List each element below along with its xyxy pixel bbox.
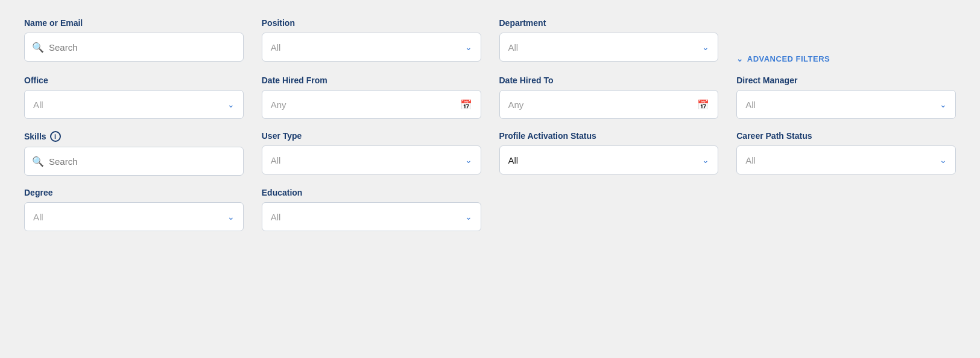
date-hired-to-value: Any	[508, 100, 524, 110]
date-picker-hired-to[interactable]: Any 📅	[499, 90, 719, 119]
control-name-email: 🔍	[24, 33, 244, 62]
search-input-wrapper-name[interactable]: 🔍	[24, 33, 244, 62]
empty-col-1	[499, 188, 719, 231]
chevron-down-icon-degree: ⌄	[227, 212, 235, 222]
label-department: Department	[499, 18, 719, 28]
filter-group-skills: Skills i 🔍	[24, 131, 244, 176]
filter-group-date-hired-from: Date Hired From Any 📅	[262, 75, 481, 119]
advanced-filters-label: ADVANCED FILTERS	[747, 54, 830, 63]
control-date-hired-to: Any 📅	[499, 90, 719, 119]
date-picker-hired-from[interactable]: Any 📅	[262, 90, 481, 119]
filter-group-degree: Degree All ⌄	[24, 188, 244, 231]
chevron-down-icon-direct-manager: ⌄	[940, 100, 947, 109]
select-career-path[interactable]: All ⌄	[736, 145, 956, 174]
chevron-down-icon-position: ⌄	[465, 42, 472, 52]
control-direct-manager: All ⌄	[736, 90, 956, 119]
select-profile-activation-value: All	[508, 155, 519, 165]
skills-input[interactable]	[49, 156, 236, 167]
control-profile-activation: All ⌄	[499, 145, 719, 174]
control-department: All ⌄	[499, 33, 719, 62]
search-icon-skills: 🔍	[32, 156, 44, 167]
select-department[interactable]: All ⌄	[499, 33, 719, 62]
label-skills: Skills i	[24, 131, 244, 142]
select-department-value: All	[508, 42, 519, 53]
chevron-down-icon-advanced: ⌄	[736, 54, 744, 63]
select-direct-manager-value: All	[745, 100, 756, 110]
label-profile-activation: Profile Activation Status	[499, 131, 719, 141]
select-career-path-value: All	[745, 155, 756, 165]
calendar-icon-hired-from: 📅	[460, 99, 472, 110]
search-input-wrapper-skills[interactable]: 🔍	[24, 147, 244, 176]
calendar-icon-hired-to: 📅	[697, 99, 709, 110]
control-position: All ⌄	[262, 33, 481, 62]
select-office[interactable]: All ⌄	[24, 90, 244, 119]
filter-group-direct-manager: Direct Manager All ⌄	[736, 75, 956, 119]
filter-group-profile-activation: Profile Activation Status All ⌄	[499, 131, 719, 176]
label-date-hired-to: Date Hired To	[499, 75, 719, 85]
control-degree: All ⌄	[24, 202, 244, 231]
date-hired-from-value: Any	[271, 100, 286, 110]
filter-group-position: Position All ⌄	[262, 18, 481, 63]
chevron-down-icon-department: ⌄	[702, 42, 709, 52]
label-career-path: Career Path Status	[736, 131, 956, 141]
empty-col-2	[736, 188, 956, 231]
advanced-filters-button[interactable]: ⌄ ADVANCED FILTERS	[736, 36, 956, 63]
filter-grid: Name or Email 🔍 Position All ⌄ Departmen…	[24, 18, 956, 231]
label-education: Education	[262, 188, 481, 197]
label-direct-manager: Direct Manager	[736, 75, 956, 85]
control-career-path: All ⌄	[736, 145, 956, 174]
chevron-down-icon-office: ⌄	[227, 100, 235, 109]
chevron-down-icon-career-path: ⌄	[940, 155, 947, 165]
chevron-down-icon-user-type: ⌄	[465, 155, 472, 165]
select-office-value: All	[33, 100, 43, 110]
filter-group-career-path: Career Path Status All ⌄	[736, 131, 956, 176]
select-direct-manager[interactable]: All ⌄	[736, 90, 956, 119]
skills-info-icon[interactable]: i	[50, 131, 61, 142]
filter-group-advanced: ⌄ ADVANCED FILTERS	[736, 18, 956, 63]
chevron-down-icon-profile-activation: ⌄	[702, 155, 709, 165]
filter-group-education: Education All ⌄	[262, 188, 481, 231]
filter-group-office: Office All ⌄	[24, 75, 244, 119]
select-profile-activation[interactable]: All ⌄	[499, 145, 719, 174]
filter-group-date-hired-to: Date Hired To Any 📅	[499, 75, 719, 119]
select-user-type[interactable]: All ⌄	[262, 145, 481, 174]
select-degree[interactable]: All ⌄	[24, 202, 244, 231]
control-education: All ⌄	[262, 202, 481, 231]
select-education[interactable]: All ⌄	[262, 202, 481, 231]
select-position[interactable]: All ⌄	[262, 33, 481, 62]
select-education-value: All	[271, 212, 281, 222]
search-icon-name: 🔍	[32, 42, 44, 53]
select-degree-value: All	[33, 212, 43, 222]
select-user-type-value: All	[271, 155, 281, 165]
chevron-down-icon-education: ⌄	[465, 212, 472, 222]
label-degree: Degree	[24, 188, 244, 197]
label-date-hired-from: Date Hired From	[262, 75, 481, 85]
name-email-input[interactable]	[49, 42, 236, 53]
label-user-type: User Type	[262, 131, 481, 141]
control-user-type: All ⌄	[262, 145, 481, 174]
label-position: Position	[262, 18, 481, 28]
label-office: Office	[24, 75, 244, 85]
control-skills: 🔍	[24, 147, 244, 176]
control-office: All ⌄	[24, 90, 244, 119]
filter-group-name-email: Name or Email 🔍	[24, 18, 244, 63]
label-name-email: Name or Email	[24, 18, 244, 28]
filter-group-user-type: User Type All ⌄	[262, 131, 481, 176]
select-position-value: All	[271, 42, 281, 53]
control-date-hired-from: Any 📅	[262, 90, 481, 119]
filter-group-department: Department All ⌄	[499, 18, 719, 63]
